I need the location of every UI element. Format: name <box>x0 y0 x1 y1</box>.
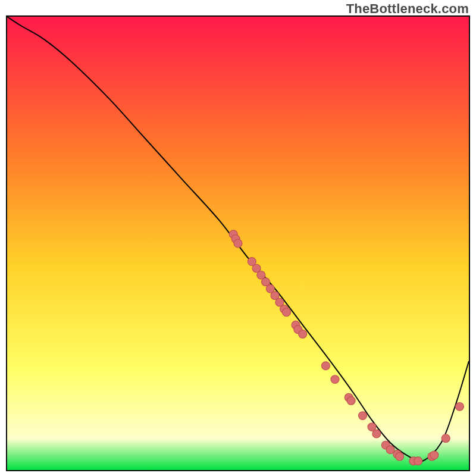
data-point <box>282 308 290 317</box>
chart-root: TheBottleneck.com <box>0 0 476 476</box>
data-point <box>430 451 439 459</box>
plot-border <box>6 15 470 471</box>
data-point <box>347 397 355 405</box>
data-point <box>372 430 381 438</box>
data-point <box>396 452 404 461</box>
data-point <box>331 375 339 384</box>
data-point <box>414 457 422 465</box>
chart-svg <box>7 17 469 470</box>
data-point <box>299 330 307 339</box>
data-point <box>455 402 464 411</box>
data-point <box>234 239 242 248</box>
data-point <box>359 412 367 420</box>
watermark-text: TheBottleneck.com <box>346 1 469 17</box>
data-point <box>321 362 330 370</box>
data-point <box>441 434 450 443</box>
